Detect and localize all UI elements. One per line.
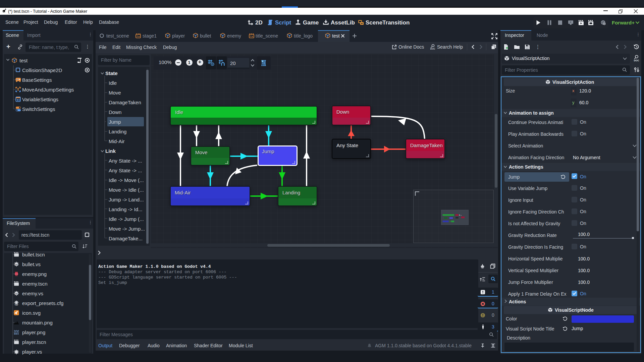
svg-text:vs: vs	[15, 293, 17, 295]
svg-text:DOC: DOC	[430, 48, 435, 50]
svg-text:vs: vs	[15, 263, 17, 265]
svg-text:TXT: TXT	[15, 304, 18, 306]
svg-text:DOC: DOC	[634, 59, 639, 62]
